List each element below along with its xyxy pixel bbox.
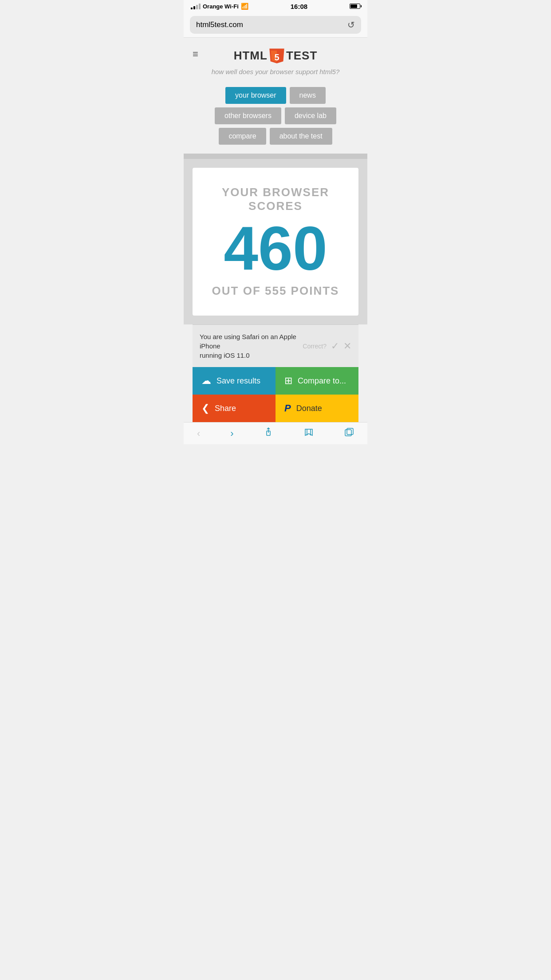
save-label: Save results	[216, 376, 260, 386]
tabs-icon	[344, 427, 354, 437]
status-right	[350, 4, 360, 9]
back-button[interactable]: ‹	[193, 426, 205, 441]
reload-icon[interactable]: ↺	[347, 20, 355, 30]
section-divider	[184, 154, 367, 159]
x-icon[interactable]: ✕	[343, 340, 351, 352]
html5-shield: 5	[269, 47, 285, 64]
score-number: 460	[201, 217, 350, 280]
share-bottom-button[interactable]	[259, 426, 278, 442]
donate-label: Donate	[296, 404, 322, 413]
logo-test: TEST	[286, 49, 317, 63]
share-label: Share	[215, 404, 236, 413]
tabs-button[interactable]	[340, 426, 358, 442]
svg-rect-6	[347, 428, 353, 435]
compare-label: Compare to...	[298, 376, 346, 386]
nav-your-browser[interactable]: your browser	[225, 87, 286, 104]
site-header: ≡ HTML 5 TEST how well does your browser…	[184, 38, 367, 80]
nav-about-test[interactable]: about the test	[270, 128, 332, 145]
donate-button[interactable]: P Donate	[276, 395, 358, 422]
score-label-bottom: OUT OF 555 POINTS	[201, 284, 350, 298]
logo: HTML 5 TEST	[234, 47, 318, 64]
svg-text:5: 5	[274, 52, 279, 62]
forward-button[interactable]: ›	[226, 426, 238, 441]
signal-icon	[191, 4, 201, 9]
battery-icon	[350, 4, 360, 9]
nav-row-3: compare about the test	[219, 128, 332, 145]
paypal-icon: P	[284, 403, 291, 414]
nav-buttons: your browser news other browsers device …	[184, 80, 367, 154]
bookmarks-button[interactable]	[299, 426, 319, 442]
carrier-label: Orange Wi-Fi	[203, 3, 239, 10]
browser-info: You are using Safari on an Apple iPhone …	[193, 324, 358, 367]
nav-device-lab[interactable]: device lab	[285, 107, 336, 124]
logo-html: HTML	[234, 49, 268, 63]
browser-text: You are using Safari on an Apple iPhone …	[200, 332, 303, 360]
browser-bottom-bar: ‹ ›	[184, 422, 367, 444]
save-results-button[interactable]: ☁ Save results	[193, 367, 276, 395]
check-icon[interactable]: ✓	[331, 340, 339, 352]
bookmarks-icon	[303, 427, 314, 437]
correct-section: Correct? ✓ ✕	[303, 340, 351, 352]
nav-news[interactable]: news	[290, 87, 326, 104]
browser-text-line2: running iOS 11.0	[200, 352, 250, 359]
nav-row-1: your browser news	[225, 87, 326, 104]
browser-text-line1: You are using Safari on an Apple iPhone	[200, 333, 296, 350]
url-text: html5test.com	[196, 20, 243, 29]
correct-label: Correct?	[303, 343, 327, 350]
nav-other-browsers[interactable]: other browsers	[215, 107, 281, 124]
status-bar: Orange Wi-Fi 📶 16:08	[184, 0, 367, 12]
status-left: Orange Wi-Fi 📶	[191, 3, 248, 10]
nav-compare[interactable]: compare	[219, 128, 266, 145]
compare-button[interactable]: ⊞ Compare to...	[276, 367, 358, 395]
svg-rect-5	[345, 430, 351, 436]
url-bar-inner[interactable]: html5test.com ↺	[190, 16, 361, 34]
score-section: YOUR BROWSER SCORES 460 OUT OF 555 POINT…	[184, 159, 367, 324]
share-bottom-icon	[264, 427, 273, 437]
action-buttons: ☁ Save results ⊞ Compare to... ❮ Share P…	[193, 367, 358, 422]
grid-icon: ⊞	[284, 375, 292, 387]
share-icon: ❮	[201, 403, 209, 414]
tagline: how well does your browser support html5…	[212, 68, 339, 75]
menu-icon[interactable]: ≡	[193, 48, 198, 60]
score-card: YOUR BROWSER SCORES 460 OUT OF 555 POINT…	[193, 168, 358, 316]
nav-row-2: other browsers device lab	[215, 107, 336, 124]
wifi-icon: 📶	[241, 3, 248, 10]
score-label-top: YOUR BROWSER SCORES	[201, 186, 350, 213]
upload-icon: ☁	[201, 375, 211, 387]
share-button[interactable]: ❮ Share	[193, 395, 276, 422]
url-bar: html5test.com ↺	[184, 12, 367, 38]
time-label: 16:08	[291, 3, 307, 10]
